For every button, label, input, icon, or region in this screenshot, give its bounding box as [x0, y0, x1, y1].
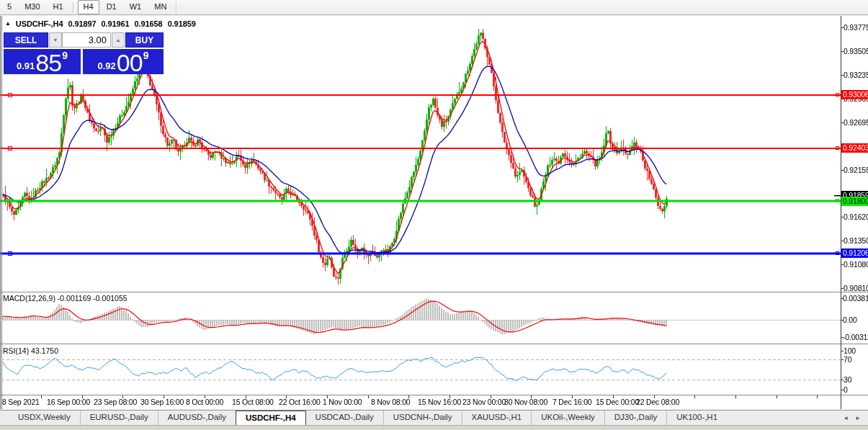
sell-price-sup: 9: [62, 50, 68, 61]
price-tick-label: 0.92155: [844, 166, 868, 174]
chart-tab-usdchf-h4[interactable]: USDCHF-,H4: [236, 411, 306, 425]
price-line-label[interactable]: 0.91206: [841, 248, 868, 258]
macd-scale-label: -0.00311: [843, 333, 868, 341]
toolbar-separator: [176, 2, 177, 13]
price-line-label[interactable]: 0.91800: [841, 197, 868, 206]
time-axis-label: 23 Sep 08:00: [94, 398, 137, 406]
timeframe-button-m30[interactable]: M30: [19, 0, 45, 14]
price-line-label[interactable]: 0.93006: [841, 90, 868, 99]
chart-title: ▲ USDCHF-,H4 0.91897 0.91961 0.91658 0.9…: [5, 19, 196, 28]
macd-scale-label: 0.00: [843, 315, 857, 324]
collapse-chart-icon[interactable]: ▲: [5, 20, 11, 27]
chart-tab-usdcad-daily[interactable]: USDCAD-,Daily: [306, 411, 383, 425]
tab-scroll-right-icon[interactable]: ►: [855, 415, 861, 421]
chart-symbol-label: USDCHF-,H4: [16, 19, 63, 28]
ohlc-low: 0.91658: [135, 19, 163, 28]
volume-decrease-button[interactable]: ▼: [49, 32, 62, 48]
price-tick-label: 0.93775: [844, 23, 868, 32]
rsi-scale-label: 100: [844, 346, 856, 355]
chart-tab-ukoil-weekly[interactable]: UKOil-,Weekly: [531, 411, 604, 425]
tab-scroll-left-icon[interactable]: ◄: [843, 415, 849, 421]
chevron-up-icon: ▲: [116, 37, 121, 42]
time-axis-label: 7 Dec 16:00: [552, 398, 591, 406]
toolbar-separator: [73, 2, 74, 13]
macd-indicator-label: MACD(12,26,9) -0.001169 -0.001055: [3, 294, 127, 303]
time-axis-label: 15 Oct 08:00: [232, 398, 274, 406]
time-axis-label: 1 Nov 00:00: [323, 398, 362, 406]
chart-tab-eurusd-daily[interactable]: EURUSD-,Daily: [80, 411, 158, 425]
price-tick-label: 0.93235: [844, 71, 868, 79]
price-tick-label: 0.93505: [844, 47, 868, 55]
status-strip: [0, 425, 868, 430]
price-line-label[interactable]: 0.92403: [841, 143, 868, 153]
buy-price-sup: 9: [143, 50, 149, 61]
time-axis-label: 16 Sep 00:00: [47, 398, 90, 406]
one-click-trading-panel: SELL ▼ ▲ BUY 0.91 85 9 0.92 00 9: [4, 32, 164, 74]
buy-price-small: 0.92: [98, 61, 116, 71]
timeframe-button-w1[interactable]: W1: [124, 0, 148, 14]
rsi-scale-label: 70: [844, 355, 851, 364]
price-tick-label: 0.91350: [844, 236, 868, 245]
sell-price-big: 85: [35, 51, 61, 74]
price-tick-label: 0.90810: [844, 284, 868, 292]
sell-button[interactable]: SELL: [4, 32, 48, 48]
time-axis-label: 8 Nov 08:00: [371, 398, 410, 406]
time-axis-label: 15 Dec 00:00: [596, 398, 639, 406]
timeframe-button-h1[interactable]: H1: [48, 0, 69, 14]
timeframe-button-mn[interactable]: MN: [148, 0, 172, 14]
chart-tab-uk100-h1[interactable]: UK100-,H1: [666, 411, 727, 425]
time-axis-label: 30 Sep 16:00: [140, 398, 184, 406]
timeframe-button-5[interactable]: 5: [1, 0, 17, 14]
chart-tab-usdx-weekly[interactable]: USDX,Weekly: [9, 411, 80, 425]
timeframe-toolbar: 5M30H1H4D1W1MN: [0, 0, 868, 15]
buy-button[interactable]: BUY: [125, 32, 164, 48]
sell-price-display[interactable]: 0.91 85 9: [4, 49, 81, 74]
ohlc-close: 0.91859: [168, 19, 196, 28]
time-axis-label: 30 Nov 08:00: [504, 398, 547, 406]
chart-window: ▲ USDCHF-,H4 0.91897 0.91961 0.91658 0.9…: [0, 16, 868, 409]
chart-tabs-bar: USDX,WeeklyEURUSD-,DailyAUDUSD-,DailyUSD…: [0, 410, 868, 425]
chevron-down-icon: ▼: [53, 37, 58, 42]
time-axis-label: 22 Oct 16:00: [279, 398, 321, 406]
tab-scroll-arrows: ◄►: [843, 411, 868, 425]
rsi-indicator-label: RSI(14) 43.1750: [3, 346, 58, 355]
time-axis-label: 23 Nov 00:00: [462, 398, 506, 406]
chart-tab-dj30-daily[interactable]: DJ30-,Daily: [604, 411, 666, 425]
volume-input[interactable]: [62, 32, 111, 48]
ohlc-high: 0.91961: [102, 19, 130, 28]
ohlc-open: 0.91897: [68, 19, 96, 28]
timeframe-button-h4[interactable]: H4: [78, 0, 99, 14]
time-axis-label: 15 Nov 16:00: [418, 398, 461, 406]
sell-price-small: 0.91: [17, 61, 35, 71]
mt4-terminal: { "toolbar": { "timeframes": ["5", "M30"…: [0, 0, 868, 430]
chart-tab-xauusd-h1[interactable]: XAUUSD-,H1: [462, 411, 532, 425]
rsi-scale-label: 0: [844, 385, 848, 394]
time-axis-label: 8 Oct 00:00: [186, 398, 223, 406]
time-axis-label: 22 Dec 08:00: [636, 398, 679, 406]
price-tick-label: 0.91080: [844, 260, 868, 269]
chart-tab-usdcnh-daily[interactable]: USDCNH-,Daily: [383, 411, 462, 425]
price-tick-label: 0.92695: [844, 118, 868, 127]
volume-increase-button[interactable]: ▲: [112, 32, 125, 48]
chart-tab-audusd-daily[interactable]: AUDUSD-,Daily: [158, 411, 236, 425]
price-tick-label: 0.91620: [844, 212, 868, 221]
timeframe-button-d1[interactable]: D1: [101, 0, 122, 14]
macd-scale-label: 0.003815: [843, 294, 868, 303]
time-axis-label: 8 Sep 2021: [2, 398, 40, 406]
rsi-scale-label: 30: [844, 375, 851, 384]
buy-price-big: 00: [117, 51, 143, 74]
buy-price-display[interactable]: 0.92 00 9: [83, 49, 164, 74]
